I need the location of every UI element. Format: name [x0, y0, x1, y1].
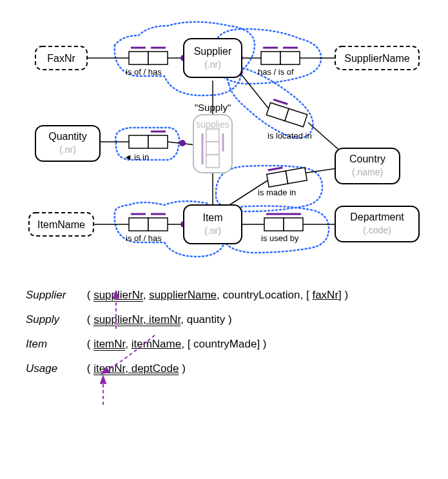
attr-supply-pk: supplierNr, itemNr: [93, 313, 180, 326]
svg-rect-41: [284, 218, 303, 231]
orm-diagram: FaxNr Supplier (.nr) SupplierName Quanti…: [0, 0, 448, 271]
svg-rect-34: [148, 135, 168, 148]
role-quantity-arrow: ◄: [124, 152, 132, 162]
entity-department-label: Department: [350, 211, 404, 222]
svg-rect-29: [280, 52, 300, 64]
role-made-in: [267, 171, 288, 187]
entity-itemname-label: ItemName: [37, 219, 85, 230]
schema-supply: Supply ( supplierNr, itemNr, quantity ): [26, 313, 422, 326]
schema-usage: Usage ( itemNr, deptCode ): [26, 362, 422, 375]
attr-countrymade: countryMade: [193, 338, 257, 350]
role-fax-supplier-label: is of / has: [126, 67, 162, 77]
attr-faxnr: faxNr: [312, 289, 338, 301]
entity-department-ref: (.code): [363, 225, 391, 235]
entity-faxnr-label: FaxNr: [47, 53, 75, 64]
attr-itemname: itemName: [131, 338, 181, 350]
role-located-in-label: is located in: [268, 131, 312, 141]
entity-supplier-ref: (.nr): [204, 59, 221, 70]
role-made-in-label: is made in: [258, 188, 296, 197]
svg-rect-22: [206, 142, 219, 155]
svg-point-19: [179, 140, 186, 146]
entity-quantity-label: Quantity: [48, 131, 87, 142]
role-supplier-name-label: has / is of: [258, 67, 294, 77]
entity-quantity-ref: (.nr): [59, 144, 76, 155]
entity-country-label: Country: [349, 153, 385, 164]
svg-rect-38: [148, 218, 168, 231]
attr-suppliernr: supplierNr: [93, 289, 143, 302]
svg-rect-26: [148, 52, 168, 64]
role-item-name: [129, 218, 148, 231]
supply-verb: supplies: [196, 119, 229, 130]
svg-rect-36: [286, 168, 307, 184]
svg-rect-23: [206, 155, 219, 168]
schema-item: Item ( itemNr, itemName, [ countryMade] …: [26, 338, 422, 351]
role-quantity-label: is in: [134, 152, 149, 162]
supply-title: "Supply": [195, 102, 231, 113]
role-used-by: [264, 218, 284, 231]
entity-supplier-label: Supplier: [194, 46, 232, 57]
entity-item-ref: (.nr): [204, 226, 221, 236]
attr-itemnr: itemNr: [93, 338, 125, 351]
role-supplier-name: [261, 52, 280, 64]
attr-usage-pk: itemNr, deptCode: [93, 362, 179, 375]
svg-line-33: [273, 99, 287, 104]
attr-countrylocation: countryLocation: [222, 289, 300, 301]
entity-suppliername-label: SupplierName: [344, 53, 409, 64]
role-used-by-label: is used by: [261, 233, 299, 243]
entity-item: [184, 205, 242, 244]
relational-schema: Supplier ( supplierNr, supplierName, cou…: [0, 271, 448, 406]
svg-rect-32: [285, 108, 307, 126]
role-item-name-label: is of / has: [126, 233, 162, 243]
svg-line-37: [268, 168, 283, 170]
schema-supplier: Supplier ( supplierNr, supplierName, cou…: [26, 289, 422, 302]
svg-rect-21: [206, 129, 219, 142]
entity-supplier: [184, 39, 242, 77]
entity-country-ref: (.name): [352, 167, 383, 177]
attr-quantity: quantity: [187, 313, 226, 326]
role-fax-supplier: [129, 52, 148, 64]
attr-suppliername: supplierName: [149, 289, 217, 301]
entity-item-label: Item: [202, 212, 222, 223]
role-quantity: [129, 135, 148, 148]
